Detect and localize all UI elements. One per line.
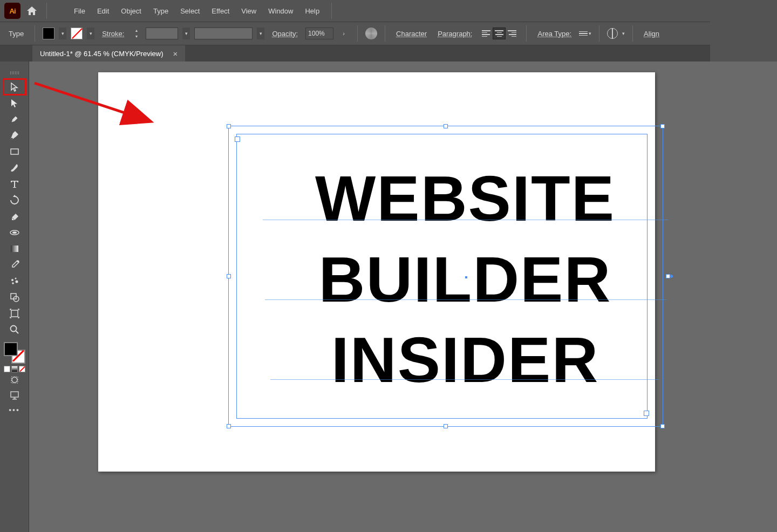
selection-tool[interactable] [3,79,26,95]
close-tab-icon[interactable]: × [173,49,178,58]
align-right-button[interactable] [506,28,519,39]
align-left-button[interactable] [480,28,493,39]
svg-rect-1 [11,149,18,154]
resize-handle-se[interactable] [660,424,665,428]
resize-handle-ne[interactable] [660,124,665,128]
opacity-caret[interactable]: › [338,28,350,39]
area-type-lines-icon[interactable]: ▾ [579,31,591,36]
screen-mode-icon[interactable] [5,387,24,403]
width-tool[interactable] [3,224,26,241]
in-port-handle[interactable] [235,137,240,142]
center-point-icon [465,276,467,278]
area-type-link[interactable]: Area Type: [534,30,575,38]
brush-definition-caret[interactable]: ▾ [257,28,264,39]
thread-out-icon[interactable] [670,275,673,278]
rotate-tool[interactable] [3,192,26,208]
paragraph-align-group [480,28,519,39]
document-tab-title: Untitled-1* @ 61.45 % (CMYK/Preview) [40,50,163,58]
edit-toolbar-button[interactable]: ••• [5,403,23,418]
brush-definition-dd[interactable] [194,28,253,39]
rectangle-tool[interactable] [3,144,26,160]
menu-bar: File Edit Object Type Select Effect View… [69,5,325,17]
svg-point-14 [12,377,17,383]
eyedropper-tool[interactable] [3,257,26,273]
warp-icon[interactable] [607,28,618,39]
menu-edit[interactable]: Edit [92,5,114,17]
paintbrush-tool[interactable] [3,160,26,176]
workspace: ••• WEBSITE BUILDER INSIDER [0,62,710,486]
stroke-weight-stepper[interactable]: ▴▾ [132,28,141,39]
menu-help[interactable]: Help [299,5,325,17]
svg-point-13 [10,326,16,332]
canvas-area[interactable]: WEBSITE BUILDER INSIDER [29,62,710,486]
fill-stroke-picker[interactable] [4,342,25,364]
color-mode-none[interactable] [19,366,25,372]
shape-builder-tool[interactable] [3,289,26,305]
toolbox: ••• [0,62,29,486]
out-port-handle[interactable] [644,411,649,416]
home-icon[interactable] [24,3,40,19]
control-bar: Type ▾ ▾ Stroke: ▴▾ ▾ ▾ Opacity: › Chara… [0,22,710,45]
fill-color-swatch[interactable] [4,342,18,356]
resize-handle-sw[interactable] [227,424,231,428]
direct-selection-tool[interactable] [3,95,26,111]
character-link[interactable]: Character [393,30,430,38]
resize-handle-s[interactable] [444,424,448,428]
separator [331,3,332,19]
stroke-dropdown[interactable]: ▾ [87,28,94,39]
menu-file[interactable]: File [69,5,91,17]
separator [632,25,633,42]
svg-point-5 [17,261,19,263]
svg-rect-16 [11,392,18,397]
opacity-input[interactable] [305,28,333,39]
opacity-label[interactable]: Opacity: [269,30,301,38]
stroke-swatch[interactable] [71,28,83,39]
document-tab[interactable]: Untitled-1* @ 61.45 % (CMYK/Preview) × [32,45,185,62]
color-mode-gradient[interactable] [11,366,18,372]
resize-handle-w[interactable] [227,274,231,278]
resize-handle-nw[interactable] [227,124,231,128]
menu-object[interactable]: Object [115,5,147,17]
mode-label: Type [5,30,27,38]
separator [35,25,35,42]
area-type-box[interactable] [236,134,648,419]
artboard-tool[interactable] [3,305,26,322]
paragraph-link[interactable]: Paragraph: [434,30,475,38]
curvature-tool[interactable] [3,127,26,144]
stroke-weight-field[interactable] [146,28,178,39]
artboard[interactable]: WEBSITE BUILDER INSIDER [98,72,655,472]
resize-handle-n[interactable] [444,124,448,128]
separator [526,25,527,42]
warp-caret[interactable]: ▾ [622,31,625,36]
svg-point-3 [12,231,17,234]
gradient-tool[interactable] [3,241,26,257]
align-link[interactable]: Align [640,30,663,38]
stroke-weight-dd[interactable]: ▾ [182,28,190,39]
color-mode-solid[interactable] [4,366,10,372]
menu-view[interactable]: View [236,5,262,17]
symbol-sprayer-tool[interactable] [3,273,26,289]
app-logo-icon: Ai [4,3,21,19]
menu-effect[interactable]: Effect [206,5,235,17]
eraser-tool[interactable] [3,208,26,224]
stroke-label[interactable]: Stroke: [99,30,127,38]
type-tool[interactable] [3,176,26,192]
svg-rect-12 [11,310,18,317]
fill-dropdown[interactable]: ▾ [59,28,66,39]
pen-tool[interactable] [3,111,26,127]
color-mode-row [4,366,25,372]
separator [599,25,599,42]
toolbox-handle[interactable] [6,71,23,76]
recolor-artwork-icon[interactable] [365,28,377,39]
separator [357,25,358,42]
menu-select[interactable]: Select [175,5,205,17]
menu-type[interactable]: Type [148,5,174,17]
draw-normal-icon[interactable] [5,372,24,387]
zoom-tool[interactable] [3,322,26,338]
svg-point-6 [11,279,13,281]
align-center-button[interactable] [493,28,506,39]
svg-rect-15 [11,377,18,383]
fill-swatch[interactable] [43,28,54,39]
separator [46,3,47,19]
menu-window[interactable]: Window [263,5,298,17]
